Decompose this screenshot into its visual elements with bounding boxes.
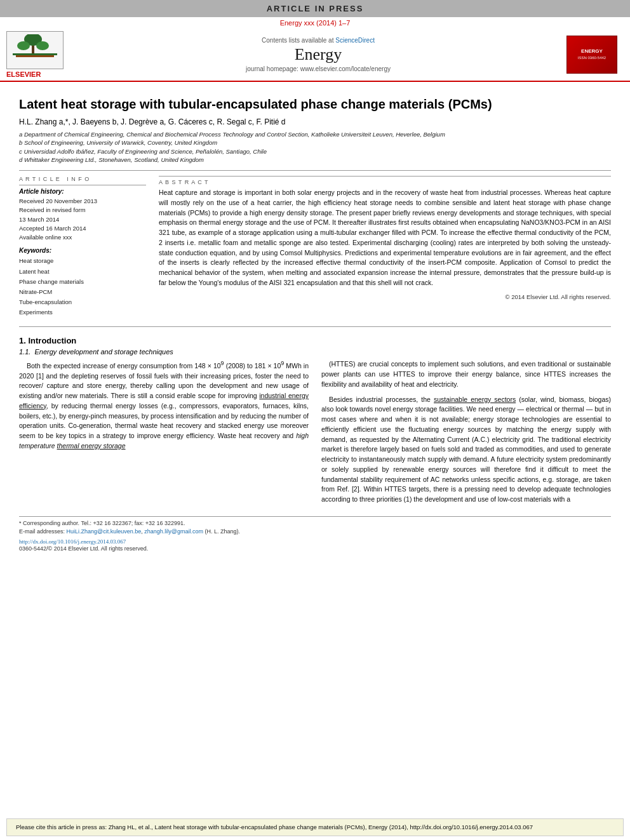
svg-point-3 bbox=[17, 41, 30, 50]
doi-link[interactable]: http://dx.doi.org/10.1016/j.energy.2014.… bbox=[19, 538, 611, 545]
abstract-label: A B S T R A C T bbox=[159, 179, 611, 185]
article-title: Latent heat storage with tubular-encapsu… bbox=[19, 96, 611, 112]
citation-banner: Please cite this article in press as: Zh… bbox=[6, 818, 624, 836]
revised-label: Received in revised form bbox=[19, 206, 146, 215]
header-divider bbox=[19, 170, 611, 171]
energy-journal-icon: ENERGY ISSN 0360-5442 bbox=[566, 36, 617, 74]
main-content: Latent heat storage with tubular-encapsu… bbox=[0, 82, 630, 812]
affiliation-c: c Universidad Adolfo Ibáñez, Faculty of … bbox=[19, 147, 611, 156]
elsevier-tree-icon bbox=[10, 34, 60, 66]
intro-left-para: Both the expected increase of energy con… bbox=[19, 359, 309, 451]
intro-section: 1. Introduction 1.1. Energy development … bbox=[19, 336, 611, 510]
affiliation-d: d Whittaker Engineering Ltd., Stonehaven… bbox=[19, 156, 611, 164]
affiliations: a Department of Chemical Engineering, Ch… bbox=[19, 130, 611, 164]
banner-text: ARTICLE IN PRESS bbox=[267, 4, 364, 13]
affiliation-a: a Department of Chemical Engineering, Ch… bbox=[19, 130, 611, 138]
revised-date: 13 March 2014 bbox=[19, 215, 146, 224]
intro-left-col: Both the expected increase of energy con… bbox=[19, 359, 309, 510]
abstract-text: Heat capture and storage is important in… bbox=[159, 188, 611, 288]
abstract-col: A B S T R A C T Heat capture and storage… bbox=[159, 176, 611, 317]
journal-title: Energy bbox=[70, 45, 566, 64]
accepted-date: Accepted 16 March 2014 bbox=[19, 224, 146, 233]
svg-rect-0 bbox=[13, 53, 57, 55]
article-history-heading: Article history: bbox=[19, 188, 146, 195]
article-info-label: A R T I C L E I N F O bbox=[19, 176, 146, 182]
footnote-corresponding: * Corresponding author. Tel.: +32 16 322… bbox=[19, 519, 611, 528]
doi-line: Energy xxx (2014) 1–7 bbox=[0, 17, 630, 29]
page-wrapper: ARTICLE IN PRESS Energy xxx (2014) 1–7 E… bbox=[0, 0, 630, 840]
authors-line: H.L. Zhang a,*, J. Baeyens b, J. Degrève… bbox=[19, 117, 611, 126]
elsevier-label: ELSEVIER bbox=[6, 70, 41, 78]
keywords-heading: Keywords: bbox=[19, 247, 146, 254]
intro-body: Both the expected increase of energy con… bbox=[19, 359, 611, 510]
section-divider bbox=[19, 326, 611, 327]
online-date: Available online xxx bbox=[19, 233, 146, 242]
journal-header: ELSEVIER Contents lists available at Sci… bbox=[0, 29, 630, 82]
journal-homepage: journal homepage: www.elsevier.com/locat… bbox=[70, 65, 566, 72]
intro-right-para2: Besides industrial processes, the sustai… bbox=[321, 395, 611, 505]
abstract-block: A B S T R A C T Heat capture and storage… bbox=[159, 176, 611, 300]
copyright-line: © 2014 Elsevier Ltd. All rights reserved… bbox=[159, 293, 611, 300]
article-info-block: Article history: Received 20 November 20… bbox=[19, 185, 146, 242]
footnote-email: E-mail addresses: HuiLi.Zhang@cit.kuleuv… bbox=[19, 528, 611, 537]
info-abstract-section: A R T I C L E I N F O Article history: R… bbox=[19, 176, 611, 317]
received-date: Received 20 November 2013 bbox=[19, 197, 146, 206]
journal-center: Contents lists available at ScienceDirec… bbox=[70, 37, 566, 72]
keyword-3: Phase change materials bbox=[19, 277, 146, 287]
doi-text: Energy xxx (2014) 1–7 bbox=[280, 19, 351, 27]
svg-rect-5 bbox=[16, 55, 54, 57]
footnotes-section: * Corresponding author. Tel.: +32 16 322… bbox=[19, 516, 611, 554]
subsection-title: 1.1. Energy development and storage tech… bbox=[19, 348, 611, 356]
section-title: 1. Introduction bbox=[19, 336, 611, 345]
sciencedirect-line: Contents lists available at ScienceDirec… bbox=[70, 37, 566, 44]
intro-right-col: (HTTES) are crucial concepts to implemen… bbox=[321, 359, 611, 510]
svg-point-4 bbox=[36, 41, 49, 50]
keyword-1: Heat storage bbox=[19, 256, 146, 266]
elsevier-logo-box bbox=[6, 31, 64, 69]
article-info-col: A R T I C L E I N F O Article history: R… bbox=[19, 176, 146, 317]
intro-right-para1: (HTTES) are crucial concepts to implemen… bbox=[321, 359, 611, 389]
keyword-2: Latent heat bbox=[19, 267, 146, 277]
sciencedirect-link[interactable]: ScienceDirect bbox=[335, 37, 375, 44]
keyword-5: Tube-encapsulation bbox=[19, 297, 146, 307]
elsevier-logo: ELSEVIER bbox=[6, 31, 70, 78]
keyword-4: Nitrate-PCM bbox=[19, 287, 146, 297]
email-link-1[interactable]: HuiLi.Zhang@cit.kuleuven.be bbox=[67, 528, 142, 535]
keywords-block: Keywords: Heat storage Latent heat Phase… bbox=[19, 247, 146, 317]
affiliation-b: b School of Engineering, University of W… bbox=[19, 138, 611, 147]
keyword-6: Experiments bbox=[19, 307, 146, 317]
citation-text: Please cite this article in press as: Zh… bbox=[16, 823, 533, 830]
issn-text: 0360-5442/© 2014 Elsevier Ltd. All right… bbox=[19, 545, 611, 554]
email-link-2[interactable]: zhangh.lily@gmail.com bbox=[144, 528, 203, 535]
article-in-press-banner: ARTICLE IN PRESS bbox=[0, 0, 630, 17]
